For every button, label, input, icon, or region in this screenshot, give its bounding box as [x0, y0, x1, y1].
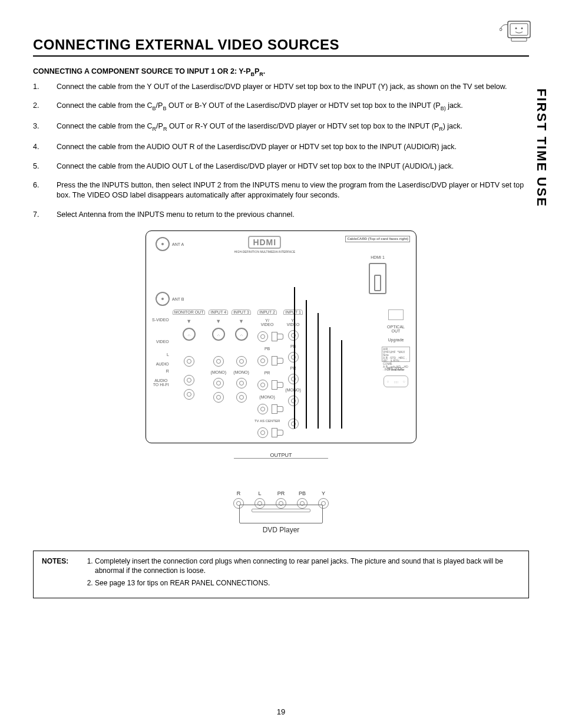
hdmi-logo: HDMI: [248, 236, 281, 249]
notes-list: Completely insert the connection cord pl…: [85, 557, 520, 592]
notes-item: Completely insert the connection cord pl…: [95, 557, 520, 575]
instruction-item: 4.Connect the cable from the AUDIO OUT R…: [33, 142, 529, 152]
instruction-item: 7.Select Antenna from the INPUTS menu to…: [33, 210, 529, 220]
svg-point-3: [521, 28, 523, 29]
dvd-player-label: DVD Player: [146, 526, 416, 534]
instruction-item: 3.Connect the cable from the CR/PR OUT o…: [33, 121, 529, 133]
instruction-item: 5.Connect the cable from the AUDIO OUT L…: [33, 162, 529, 172]
cablecard-label: CableCARD (Top of card faces right): [345, 236, 410, 242]
connection-diagram: ANT A HDMI HIGH-DEFINITION MULTIMEDIA IN…: [33, 230, 529, 534]
dvd-player-icon: [239, 505, 323, 523]
instruction-item: 6.Press the the INPUTS button, then sele…: [33, 180, 529, 200]
svg-point-5: [500, 28, 502, 31]
tv-cartoon-icon: [500, 17, 533, 45]
notes-item: See page 13 for tips on REAR PANEL CONNE…: [95, 579, 520, 588]
subheading: CONNECTING A COMPONENT SOURCE TO INPUT 1…: [33, 67, 529, 77]
svg-rect-1: [510, 24, 528, 35]
page-title: CONNECTING EXTERNAL VIDEO SOURCES: [33, 37, 529, 53]
section-tab: FIRST TIME USE: [534, 88, 549, 207]
instruction-list: 1.Connect the cable from the Y OUT of th…: [33, 82, 529, 220]
notes-label: NOTES:: [42, 557, 77, 592]
instruction-item: 1.Connect the cable from the Y OUT of th…: [33, 82, 529, 92]
svg-rect-4: [511, 38, 527, 41]
title-rule: [33, 55, 529, 57]
output-label: OUTPUT: [234, 452, 328, 459]
instruction-item: 2.Connect the cable from the CB/PB OUT o…: [33, 101, 529, 112]
svg-point-2: [515, 28, 517, 29]
page-number: 19: [0, 707, 562, 716]
notes-box: NOTES: Completely insert the connection …: [33, 551, 529, 598]
